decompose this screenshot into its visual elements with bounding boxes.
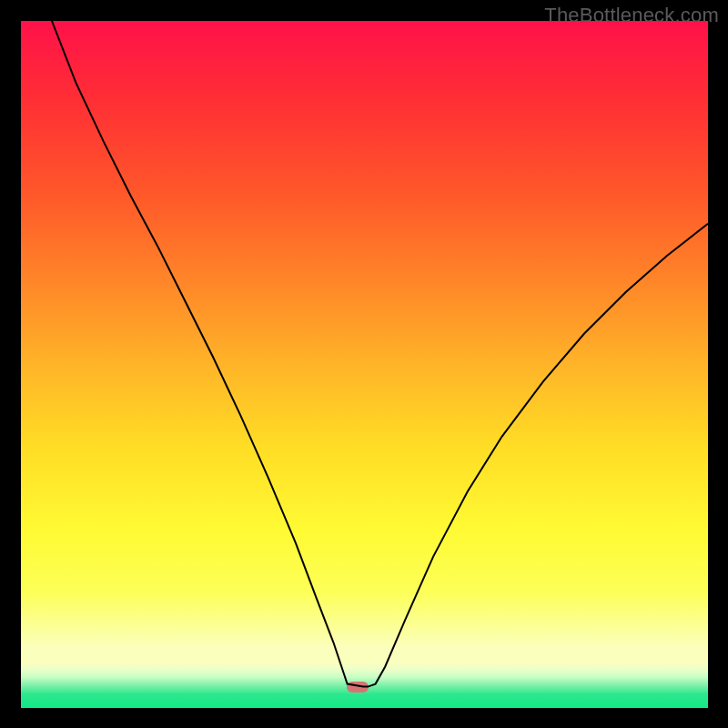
bottleneck-curve [52,21,708,687]
watermark-text: TheBottleneck.com [544,4,719,27]
curve-layer [21,21,708,708]
plot-area [21,21,708,708]
